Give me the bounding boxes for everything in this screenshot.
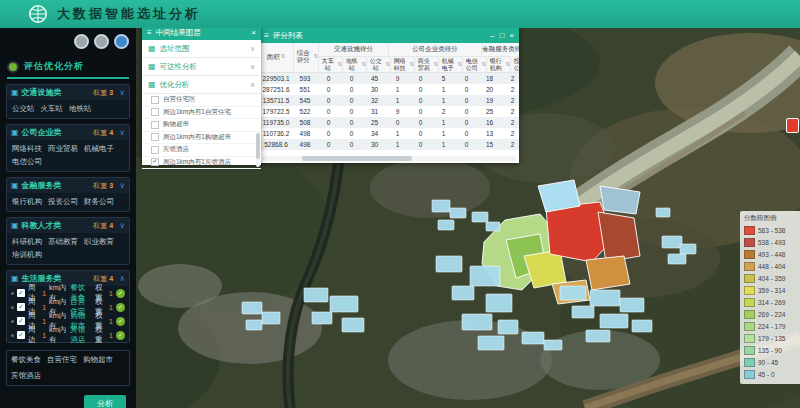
- vertical-scrollbar[interactable]: [256, 142, 260, 167]
- toolbar-circle-button-3[interactable]: [114, 34, 129, 49]
- poi-type-label[interactable]: 商业贸易: [48, 144, 78, 154]
- weight-value[interactable]: 1: [109, 317, 113, 326]
- close-icon[interactable]: ×: [509, 31, 514, 40]
- column-header[interactable]: 机械电子⇅: [439, 57, 463, 72]
- layer-item[interactable]: ✓ 周边1km内有1宾馆酒店: [142, 157, 261, 170]
- table-row[interactable]: 287251.655100301010202: [259, 84, 519, 95]
- column-header[interactable]: 电信公司⇅: [463, 57, 487, 72]
- weight-value[interactable]: 1: [109, 303, 113, 312]
- radius-value[interactable]: 1: [42, 331, 46, 340]
- column-header-score[interactable]: 综合评分⇅: [294, 43, 319, 71]
- table-cell: 2: [501, 75, 519, 82]
- column-header[interactable]: 公交站⇅: [367, 57, 391, 72]
- poi-type-label[interactable]: 财务公司: [84, 197, 114, 207]
- table-row[interactable]: 110736.249800341010132: [259, 128, 519, 139]
- column-header-area[interactable]: 面积⇅: [259, 43, 294, 71]
- sort-icon[interactable]: ⇅: [281, 54, 286, 60]
- table-row[interactable]: 119735.050800250010162: [259, 117, 519, 128]
- chevron-down-icon[interactable]: ∨: [250, 63, 255, 71]
- chevron-down-icon[interactable]: ∨: [250, 45, 255, 53]
- poi-type-label[interactable]: 电信公司: [12, 157, 42, 167]
- section-header[interactable]: ▣ 生活服务类 权重4 ∧: [7, 271, 129, 286]
- column-header[interactable]: 大车站⇅: [319, 57, 343, 72]
- chevron-down-icon[interactable]: ∨: [119, 88, 125, 97]
- poi-type-label[interactable]: 银行机构: [12, 197, 42, 207]
- weight-value[interactable]: 1: [109, 289, 113, 298]
- poi-type-label[interactable]: 基础教育: [48, 237, 78, 247]
- layer-group-optimization[interactable]: ▦ 优化分析 ∧: [142, 76, 261, 94]
- sort-icon[interactable]: ⇅: [457, 62, 462, 68]
- poi-type-label[interactable]: 机械电子: [84, 144, 114, 154]
- weight-value[interactable]: 1: [109, 331, 113, 340]
- minimize-icon[interactable]: –: [490, 31, 494, 40]
- scrollbar-thumb[interactable]: [256, 133, 260, 159]
- section-header[interactable]: ▣ 科教人才类 权重4 ∨: [7, 218, 129, 233]
- toolbar-circle-button-2[interactable]: [94, 34, 109, 49]
- layer-item[interactable]: ✓ 周边1km内有1购物超市: [142, 132, 261, 145]
- layer-group-accessibility[interactable]: ▦ 可达性分析 ∨: [142, 58, 261, 76]
- checkbox-icon[interactable]: ✓: [151, 108, 159, 116]
- layer-item[interactable]: ✓ 周边1km内有1自营住宅: [142, 107, 261, 120]
- checkbox-icon[interactable]: ✓: [151, 121, 159, 129]
- column-header[interactable]: 网络科技⇅: [391, 57, 415, 72]
- radius-value[interactable]: 1: [42, 289, 46, 298]
- layer-item[interactable]: ✓ 购物超市: [142, 119, 261, 132]
- table-row[interactable]: 179722.552200319020252: [259, 106, 519, 117]
- map-marker[interactable]: [786, 118, 799, 133]
- poi-type-label[interactable]: 地铁站: [69, 104, 92, 114]
- close-icon[interactable]: ×: [251, 28, 256, 37]
- table-row[interactable]: 229503.159300459050182: [259, 73, 519, 84]
- poi-type-label[interactable]: 网络科技: [12, 144, 42, 154]
- section-header[interactable]: ▣ 公司企业类 权重4 ∨: [7, 125, 129, 140]
- sort-icon[interactable]: ⇅: [361, 62, 366, 68]
- checkbox-icon[interactable]: ✓: [17, 317, 25, 325]
- poi-type-label[interactable]: 公交站: [12, 104, 35, 114]
- sort-icon[interactable]: ⇅: [313, 54, 318, 60]
- chevron-up-icon[interactable]: ∧: [250, 81, 255, 89]
- checkbox-icon[interactable]: ✓: [151, 158, 159, 166]
- toolbar-circle-button-1[interactable]: [74, 34, 89, 49]
- checkbox-icon[interactable]: ✓: [151, 133, 159, 141]
- poi-type-label[interactable]: 职业教育: [84, 237, 114, 247]
- checkbox-icon[interactable]: ✓: [17, 303, 25, 311]
- section-header[interactable]: ▣ 金融服务类 权重3 ∨: [7, 178, 129, 193]
- section-header[interactable]: ▣ 交通设施类 权重3 ∨: [7, 85, 129, 100]
- checkbox-icon[interactable]: ✓: [17, 331, 25, 339]
- maximize-icon[interactable]: □: [499, 31, 504, 40]
- horizontal-scrollbar[interactable]: [262, 156, 516, 161]
- sort-icon[interactable]: ⇅: [337, 62, 342, 68]
- table-cell: 2: [501, 86, 519, 93]
- table-row[interactable]: 135711.554500321010192: [259, 95, 519, 106]
- radius-value[interactable]: 1: [42, 303, 46, 312]
- poi-type-label[interactable]: 投资公司: [48, 197, 78, 207]
- checkbox-icon[interactable]: ✓: [151, 146, 159, 154]
- chevron-down-icon[interactable]: ∨: [119, 221, 125, 230]
- table-row[interactable]: 52868.649800301010152: [259, 139, 519, 150]
- chevron-down-icon[interactable]: ∨: [119, 181, 125, 190]
- sort-icon[interactable]: ⇅: [433, 62, 438, 68]
- scrollbar-thumb[interactable]: [302, 156, 412, 161]
- score-panel-titlebar[interactable]: ≡ 评分列表 – □ ×: [259, 28, 519, 43]
- column-header[interactable]: 银行机构⇅: [487, 57, 511, 72]
- layer-group-site-range[interactable]: ▦ 选址范围 ∨: [142, 40, 261, 58]
- sort-icon[interactable]: ⇅: [409, 62, 414, 68]
- poi-type-label[interactable]: 培训机构: [12, 250, 42, 260]
- layer-item[interactable]: ✓ 宾馆酒店: [142, 144, 261, 157]
- radius-value[interactable]: 1: [42, 317, 46, 326]
- grouped-columns: 交通设施得分 公司企业类得分 金融服务类得分 大车站⇅ 地铁站⇅ 公交站⇅ 网络…: [319, 43, 519, 72]
- section-title: 公司企业类: [22, 127, 62, 138]
- column-header[interactable]: 商业贸易⇅: [415, 57, 439, 72]
- checkbox-icon[interactable]: ✓: [17, 289, 25, 297]
- sort-icon[interactable]: ⇅: [481, 62, 486, 68]
- chevron-down-icon[interactable]: ∨: [119, 128, 125, 137]
- chevron-up-icon[interactable]: ∧: [119, 274, 125, 283]
- analyze-button[interactable]: 分析: [84, 395, 126, 408]
- column-header[interactable]: 地铁站⇅: [343, 57, 367, 72]
- layer-item[interactable]: ✓ 自营住宅区: [142, 94, 261, 107]
- sort-icon[interactable]: ⇅: [505, 62, 510, 68]
- sort-icon[interactable]: ⇅: [385, 62, 390, 68]
- column-header[interactable]: 投资公司⇅: [511, 57, 519, 72]
- poi-type-label[interactable]: 科研机构: [12, 237, 42, 247]
- poi-type-label[interactable]: 火车站: [41, 104, 64, 114]
- checkbox-icon[interactable]: ✓: [151, 96, 159, 104]
